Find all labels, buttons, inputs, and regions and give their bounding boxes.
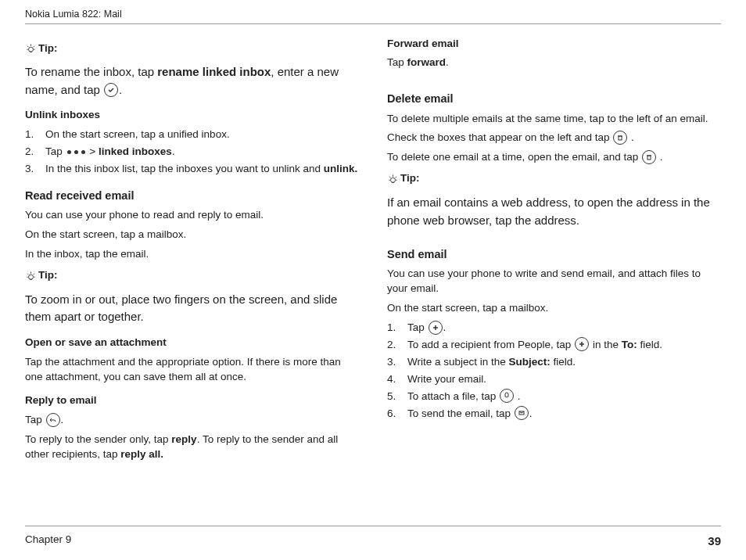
fwd-bold: forward <box>407 56 447 68</box>
s1-end: . <box>443 321 447 333</box>
reply-p2: To reply to the sender only, tap reply. … <box>25 433 359 462</box>
tip-label-1: Tip: <box>25 41 359 56</box>
reply-p2-b2: reply all. <box>120 448 163 460</box>
del-p2-pre: Check the boxes that appear on the left … <box>387 131 612 143</box>
ss3-pre: Write a subject in the <box>407 356 509 368</box>
trash-icon <box>613 131 627 145</box>
unlink-step-1: On the start screen, tap a unified inbox… <box>25 127 359 142</box>
ss2-mid: in the <box>590 339 622 350</box>
read-p3: In the inbox, tap the email. <box>25 247 359 262</box>
reply-p2-b1: reply <box>171 433 196 445</box>
delete-p3: To delete one email at a time, open the … <box>387 150 721 165</box>
del-p3-end: . <box>657 151 663 163</box>
tip1-pre: To rename the inbox, tap <box>25 65 157 78</box>
tip-label-text: Tip: <box>38 41 58 56</box>
s2-mid: > <box>87 145 99 157</box>
s3-pre: In the this inbox list, tap the inboxes … <box>45 163 324 174</box>
fwd-end: . <box>446 56 449 68</box>
tip1-text: To rename the inbox, tap rename linked i… <box>25 63 359 99</box>
svg-rect-16 <box>647 156 651 160</box>
ss5-end: . <box>515 390 521 402</box>
content-columns: Tip: To rename the inbox, tap rename lin… <box>25 35 721 468</box>
send-step-1: Tap . <box>387 321 721 336</box>
tip3-label-text: Tip: <box>400 171 420 186</box>
reply-p1: Tap . <box>25 413 359 428</box>
ss3-bold: Subject: <box>509 356 551 368</box>
trash-icon <box>642 150 656 164</box>
doc-header: Nokia Lumia 822: Mail <box>25 8 721 22</box>
ss2-pre: To add a recipient from People, tap <box>407 339 574 350</box>
more-icon <box>67 150 85 154</box>
tip2-text: To zoom in or out, place two fingers on … <box>25 291 359 326</box>
tip3-text: If an email contains a web address, to o… <box>387 194 721 229</box>
svg-line-20 <box>389 177 391 178</box>
attach-icon <box>500 389 514 403</box>
delete-p2: Check the boxes that appear on the left … <box>387 131 721 145</box>
send-step-5: To attach a file, tap . <box>387 389 721 404</box>
send-p2: On the start screen, tap a mailbox. <box>387 301 721 316</box>
s2-end: . <box>172 145 175 157</box>
reply-p1-pre: Tap <box>25 414 45 425</box>
svg-point-7 <box>29 275 34 279</box>
svg-rect-14 <box>619 136 622 140</box>
heading-send: Send email <box>387 246 721 262</box>
plus-icon <box>575 337 589 351</box>
tip-label-3: Tip: <box>387 171 721 186</box>
ss5-pre: To attach a file, tap <box>407 390 499 402</box>
s3-bold: unlink. <box>324 163 358 174</box>
heading-read: Read received email <box>25 188 359 203</box>
heading-attachment: Open or save an attachment <box>25 336 359 350</box>
send-icon <box>515 406 529 420</box>
svg-line-10 <box>34 274 35 275</box>
tip1-end: . <box>119 83 122 96</box>
reply-p2-pre: To reply to the sender only, tap <box>25 433 171 445</box>
send-p1: You can use your phone to write and send… <box>387 267 721 296</box>
del-p2-end: . <box>628 131 634 143</box>
fwd-pre: Tap <box>387 56 407 68</box>
attach-p1: Tap the attachment and the appropriate o… <box>25 355 359 385</box>
chapter-label: Chapter 9 <box>25 533 71 549</box>
svg-point-18 <box>391 178 396 182</box>
tip2-label-text: Tip: <box>38 268 58 283</box>
forward-p1: Tap forward. <box>387 56 721 70</box>
s1-pre: Tap <box>407 321 428 333</box>
unlink-step-3: In the this inbox list, tap the inboxes … <box>25 162 359 177</box>
heading-delete: Delete email <box>387 91 721 106</box>
heading-unlink: Unlink inboxes <box>25 108 359 123</box>
read-p1: You can use your phone to read and reply… <box>25 208 359 223</box>
svg-line-3 <box>34 46 35 48</box>
heading-forward: Forward email <box>387 37 721 52</box>
tip1-bold: rename linked inbox <box>157 65 271 78</box>
column-right: Forward email Tap forward. Delete email … <box>387 35 721 468</box>
svg-line-21 <box>396 177 397 178</box>
del-p3-pre: To delete one email at a time, open the … <box>387 151 641 163</box>
send-step-2: To add a recipient from People, tap in t… <box>387 338 721 353</box>
lightbulb-icon <box>387 174 399 185</box>
send-step-4: Write your email. <box>387 372 721 387</box>
send-list: Tap . To add a recipient from People, ta… <box>387 321 721 421</box>
page-number: 39 <box>708 533 721 549</box>
ss2-bold: To: <box>622 339 637 350</box>
column-left: Tip: To rename the inbox, tap rename lin… <box>25 35 359 468</box>
reply-p1-end: . <box>61 414 64 425</box>
svg-line-2 <box>27 46 29 48</box>
delete-p1: To delete multiple emails at the same ti… <box>387 112 721 127</box>
ss6-end: . <box>529 407 533 419</box>
heading-reply: Reply to email <box>25 393 359 408</box>
ss3-end: field. <box>551 356 576 368</box>
read-p2: On the start screen, tap a mailbox. <box>25 228 359 242</box>
lightbulb-icon <box>25 271 37 282</box>
plus-icon <box>429 321 443 335</box>
s2-pre: Tap <box>45 145 66 157</box>
header-rule <box>25 23 721 24</box>
s2-bold: linked inboxes <box>99 145 172 157</box>
send-step-3: Write a subject in the Subject: field. <box>387 355 721 370</box>
lightbulb-icon <box>25 43 37 55</box>
svg-line-9 <box>27 274 29 275</box>
page-footer: Chapter 9 39 <box>25 526 721 549</box>
ss6-pre: To send the email, tap <box>407 407 514 419</box>
unlink-step-2: Tap > linked inboxes. <box>25 145 359 160</box>
unlink-list: On the start screen, tap a unified inbox… <box>25 127 359 177</box>
svg-point-0 <box>29 48 34 52</box>
checkmark-icon <box>104 83 118 97</box>
